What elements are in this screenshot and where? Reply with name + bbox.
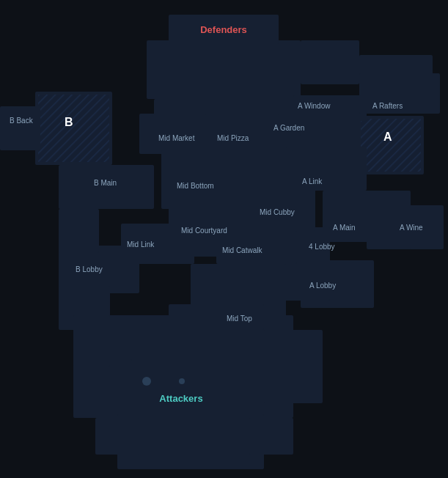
svg-text:Mid Pizza: Mid Pizza [217,134,249,142]
svg-text:A Main: A Main [333,224,356,232]
svg-text:B Back: B Back [10,117,34,125]
svg-rect-36 [264,330,323,403]
svg-text:A Garden: A Garden [273,124,304,132]
svg-text:Mid Link: Mid Link [127,240,155,249]
svg-rect-31 [59,165,154,209]
svg-rect-39 [249,418,293,455]
svg-text:A Window: A Window [298,102,331,110]
svg-rect-2 [147,40,301,99]
svg-rect-12 [286,147,367,191]
svg-text:Mid Market: Mid Market [158,134,195,142]
svg-text:A Wine: A Wine [400,224,423,232]
svg-rect-4 [301,40,359,84]
svg-rect-35 [73,359,132,418]
svg-text:Mid Catwalk: Mid Catwalk [222,246,262,254]
svg-rect-29 [38,95,109,162]
svg-text:Mid Cubby: Mid Cubby [260,208,295,216]
svg-rect-38 [95,418,139,455]
svg-text:Mid Top: Mid Top [227,315,252,323]
svg-rect-30 [0,106,40,150]
svg-text:B Lobby: B Lobby [76,265,103,273]
svg-text:Defenders: Defenders [200,24,247,35]
map-container: Defenders Attackers B Back B B Main B Lo… [0,0,448,478]
svg-rect-8 [361,119,421,172]
svg-rect-33 [59,209,99,253]
svg-text:Mid Bottom: Mid Bottom [177,182,214,190]
map-svg: Defenders Attackers B Back B B Main B Lo… [0,0,448,478]
svg-text:Attackers: Attackers [159,393,202,404]
svg-rect-15 [367,191,411,249]
svg-text:A Lobby: A Lobby [309,282,336,290]
svg-text:B Main: B Main [94,179,117,187]
svg-text:A Link: A Link [302,177,323,185]
svg-point-43 [142,377,151,386]
svg-text:4 Lobby: 4 Lobby [309,243,335,251]
svg-text:A: A [383,130,392,143]
svg-text:Mid Courtyard: Mid Courtyard [181,227,227,235]
svg-rect-42 [73,315,110,367]
svg-text:A Rafters: A Rafters [372,102,403,110]
svg-text:B: B [65,116,73,128]
svg-point-44 [179,378,185,384]
